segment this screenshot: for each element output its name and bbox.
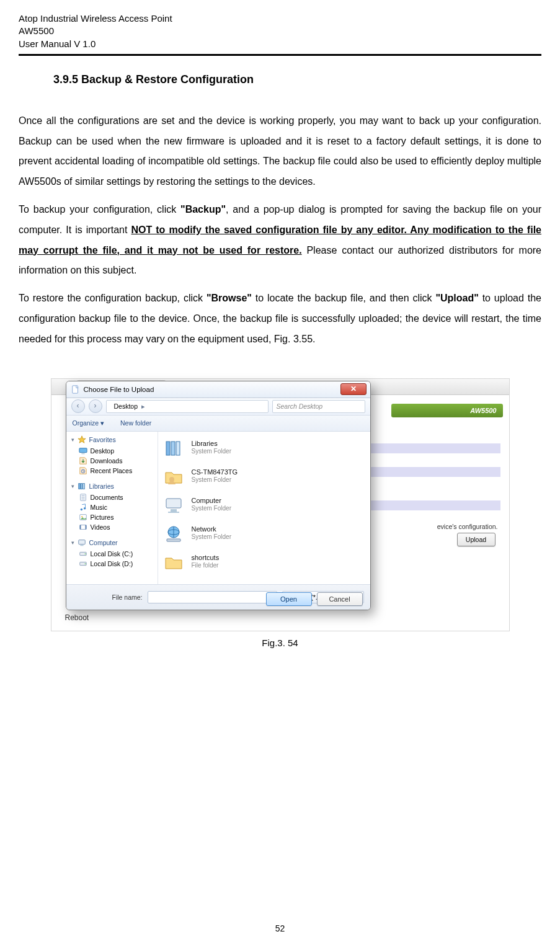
upload-button[interactable]: Upload	[457, 533, 496, 546]
pictures-icon	[79, 513, 87, 522]
p3-part-a: To restore the configuration backup, cli…	[19, 293, 207, 303]
header-line-3: User Manual V 1.0	[19, 38, 541, 50]
paragraph-2: To backup your configuration, click "Bac…	[19, 200, 541, 281]
svg-rect-20	[85, 525, 86, 529]
dialog-toolbar: Organize ▾ New folder	[66, 416, 370, 432]
reboot-link[interactable]: Reboot	[65, 613, 89, 622]
svg-point-26	[84, 563, 86, 564]
list-item[interactable]: shortcutsFile folder	[163, 551, 365, 573]
figure: TOP - Access Point AW55... AW5500 evice'…	[51, 378, 510, 631]
svg-marker-3	[78, 435, 85, 442]
tree-item[interactable]: Recent Places	[91, 467, 133, 474]
header-line-2: AW5500	[19, 25, 541, 37]
close-button[interactable]: ✕	[340, 383, 367, 395]
back-button[interactable]: ‹	[71, 399, 85, 413]
item-sub: System Folder	[192, 448, 231, 455]
dialog-navbar: ‹ › Desktop ▸ Search Desktop	[66, 398, 370, 416]
item-title: Libraries	[192, 440, 231, 448]
item-sub: File folder	[192, 562, 220, 569]
dialog-buttons: Open Cancel	[266, 592, 363, 606]
breadcrumb[interactable]: Desktop ▸	[106, 400, 269, 413]
paragraph-1: Once all the configurations are set and …	[19, 111, 541, 192]
libraries-icon	[163, 437, 184, 458]
svg-rect-32	[171, 509, 177, 512]
videos-icon	[79, 523, 87, 531]
search-placeholder: Search Desktop	[277, 402, 323, 410]
forward-button[interactable]: ›	[89, 399, 102, 413]
crumb-sep: ▸	[141, 402, 145, 410]
p3-bold-browse: "Browse"	[207, 293, 252, 303]
p3-bold-upload: "Upload"	[435, 293, 478, 303]
tree-favorites[interactable]: Favorites	[89, 436, 116, 443]
list-item[interactable]: LibrariesSystem Folder	[163, 437, 365, 459]
figure-caption: Fig.3. 54	[19, 638, 541, 648]
desktop-icon	[79, 447, 87, 455]
paragraph-3: To restore the configuration backup, cli…	[19, 288, 541, 349]
folder-tree: ▾ Favorites Desktop Downloads Recent Pla…	[66, 432, 158, 584]
svg-rect-28	[171, 442, 175, 455]
folder-icon	[163, 551, 184, 572]
tree-item[interactable]: Local Disk (D:)	[91, 560, 133, 567]
drive-icon	[79, 559, 87, 568]
tree-computer[interactable]: Computer	[89, 539, 118, 546]
downloads-icon	[79, 456, 87, 465]
svg-point-24	[84, 553, 86, 554]
tree-item[interactable]: Pictures	[91, 514, 114, 521]
device-banner: AW5500	[391, 404, 503, 417]
dialog-title: Choose File to Upload	[84, 386, 154, 393]
organize-menu[interactable]: Organize ▾	[73, 419, 105, 427]
filename-input[interactable]	[148, 591, 277, 603]
header-divider	[19, 54, 541, 56]
open-button[interactable]: Open	[266, 592, 312, 606]
drive-icon	[79, 549, 87, 558]
p2-bold-backup: "Backup"	[180, 204, 226, 215]
header-line-1: Atop Industrial Wireless Access Point	[19, 12, 541, 25]
tree-item[interactable]: Downloads	[91, 457, 123, 465]
page-number: 52	[0, 923, 560, 933]
dialog-titlebar: Choose File to Upload ✕	[66, 381, 370, 398]
svg-rect-9	[82, 483, 84, 489]
twisty-icon[interactable]: ▾	[71, 540, 74, 546]
star-icon	[78, 435, 86, 444]
device-config-text: evice's configuration.	[437, 523, 498, 530]
tree-item[interactable]: Documents	[91, 494, 123, 501]
svg-point-17	[81, 516, 82, 517]
recent-icon	[79, 466, 87, 475]
list-item[interactable]: ComputerSystem Folder	[163, 494, 365, 516]
tree-item[interactable]: Videos	[91, 523, 110, 531]
item-title: CS-TM8473TG	[192, 468, 238, 476]
cancel-button[interactable]: Cancel	[317, 592, 363, 606]
tree-item[interactable]: Local Disk (C:)	[91, 550, 133, 558]
computer-icon	[163, 494, 184, 515]
tree-item[interactable]: Desktop	[91, 447, 115, 455]
p3-part-c: to locate the backup file, and then clic…	[252, 293, 436, 303]
network-icon	[163, 523, 184, 544]
userfolder-icon	[163, 466, 184, 487]
file-dialog: Choose File to Upload ✕ ‹ › Desktop ▸ Se…	[66, 381, 371, 610]
search-input[interactable]: Search Desktop	[272, 400, 365, 413]
documents-icon	[79, 493, 87, 502]
twisty-icon[interactable]: ▾	[71, 437, 74, 443]
music-icon	[79, 503, 87, 512]
svg-rect-0	[72, 385, 78, 393]
list-item[interactable]: CS-TM8473TGSystem Folder	[163, 465, 365, 487]
crumb-desktop: Desktop	[114, 402, 138, 410]
list-item[interactable]: NetworkSystem Folder	[163, 522, 365, 545]
item-title: Computer	[192, 497, 231, 505]
tree-libraries[interactable]: Libraries	[89, 482, 114, 490]
item-title: Network	[192, 525, 231, 533]
section-title: 3.9.5 Backup & Restore Configuration	[53, 73, 541, 86]
file-list: LibrariesSystem Folder CS-TM8473TGSystem…	[158, 432, 370, 584]
svg-rect-4	[79, 448, 86, 452]
svg-rect-7	[78, 483, 80, 489]
newfolder-button[interactable]: New folder	[120, 419, 151, 427]
twisty-icon[interactable]: ▾	[71, 483, 74, 489]
svg-rect-37	[167, 539, 180, 541]
svg-rect-21	[78, 540, 85, 544]
svg-point-15	[83, 507, 86, 510]
libraries-icon	[78, 482, 86, 491]
svg-rect-31	[166, 499, 181, 508]
page-icon	[71, 385, 80, 394]
item-sub: System Folder	[192, 533, 231, 541]
tree-item[interactable]: Music	[91, 504, 107, 511]
